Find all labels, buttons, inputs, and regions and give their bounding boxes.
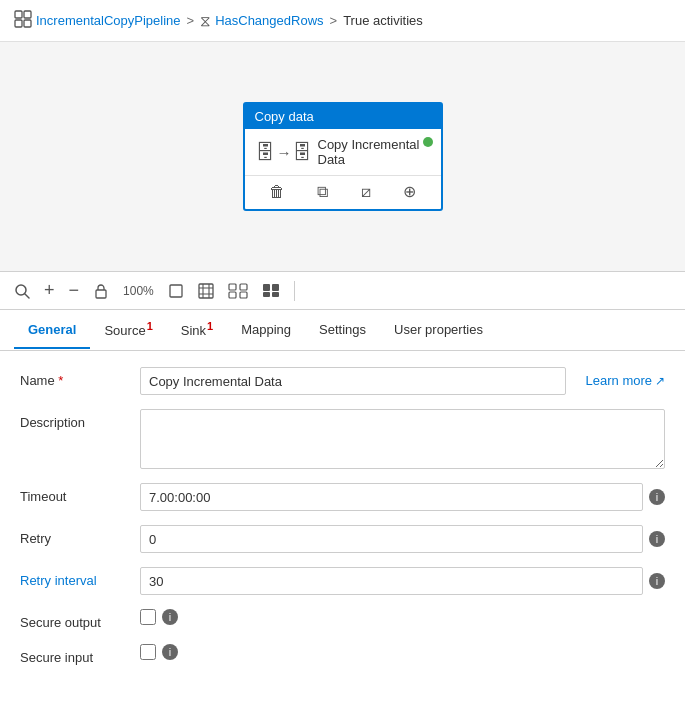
external-link-icon: ↗ [655,374,665,388]
activity-body: 🗄 → 🗄 Copy Incremental Data [245,129,441,175]
retry-interval-label: Retry interval [20,567,140,588]
retry-row: Retry i [20,525,665,553]
arrow-icon: → [277,144,292,161]
status-dot [423,137,433,147]
description-row: Description [20,409,665,469]
timeout-row: Timeout i [20,483,665,511]
add-activity-button[interactable]: ⊕ [399,180,420,203]
svg-rect-15 [263,292,270,297]
breadcrumb: IncrementalCopyPipeline > ⧖ HasChangedRo… [0,0,685,42]
svg-rect-0 [15,11,22,18]
activity-box[interactable]: Copy data 🗄 → 🗄 Copy Incremental Data 🗑 … [243,102,443,211]
learn-more-wrap: Learn more ↗ [566,367,665,388]
timeout-info-icon[interactable]: i [649,489,665,505]
retry-label: Retry [20,525,140,546]
secure-input-info-icon[interactable]: i [162,644,178,660]
svg-rect-14 [272,284,279,291]
secure-input-row: Secure input i [20,644,665,665]
secure-output-control-wrap: i [140,609,665,625]
zoom-out-button[interactable]: − [69,280,80,301]
name-row: Name [20,367,566,395]
canvas-area: Copy data 🗄 → 🗄 Copy Incremental Data 🗑 … [0,42,685,272]
svg-rect-12 [240,292,247,298]
form-area: Name Learn more ↗ Description Timeout i [0,351,685,695]
secure-output-checkbox[interactable] [140,609,156,625]
pipeline-icon [14,10,32,31]
description-label: Description [20,409,140,430]
activity-icon-group: 🗄 → 🗄 [255,141,312,164]
toolbar-separator [294,281,295,301]
breadcrumb-pipeline[interactable]: IncrementalCopyPipeline [36,13,181,28]
retry-input[interactable] [140,525,643,553]
svg-line-5 [25,294,29,298]
name-control-wrap [140,367,566,395]
search-button[interactable] [14,283,30,299]
retry-info-icon[interactable]: i [649,531,665,547]
fit-button[interactable] [168,283,184,299]
name-label: Name [20,367,140,388]
svg-rect-11 [229,292,236,298]
db-icon: 🗄 [292,141,312,164]
svg-rect-3 [24,20,31,27]
retry-control-wrap: i [140,525,665,553]
svg-rect-10 [240,284,247,290]
breadcrumb-sep-2: > [330,13,338,28]
breadcrumb-activity[interactable]: HasChangedRows [215,13,323,28]
svg-rect-6 [96,290,106,298]
activity-header: Copy data [245,104,441,129]
secure-input-checkbox[interactable] [140,644,156,660]
svg-rect-16 [272,292,279,297]
timeout-control-wrap: i [140,483,665,511]
tab-general[interactable]: General [14,312,90,349]
tabs-bar: General Source1 Sink1 Mapping Settings U… [0,310,685,351]
learn-more-link[interactable]: Learn more ↗ [586,373,665,388]
secure-output-row: Secure output i [20,609,665,630]
tab-mapping[interactable]: Mapping [227,312,305,349]
tab-sink[interactable]: Sink1 [167,310,227,350]
retry-interval-input[interactable] [140,567,643,595]
svg-rect-7 [170,285,182,297]
zoom-in-button[interactable]: + [44,280,55,301]
arrange-button[interactable] [228,283,248,299]
timeout-label: Timeout [20,483,140,504]
breadcrumb-current: True activities [343,13,423,28]
retry-interval-row: Retry interval i [20,567,665,595]
tab-source[interactable]: Source1 [90,310,166,350]
zoom-percent-button[interactable]: 100% [123,284,154,298]
description-control-wrap [140,409,665,469]
source-badge: 1 [147,320,153,332]
svg-rect-8 [199,284,213,298]
grid-button[interactable] [198,283,214,299]
activity-name: Copy Incremental Data [318,137,431,167]
copy-icon: 🗄 [255,141,275,164]
svg-rect-1 [24,11,31,18]
breadcrumb-sep-1: > [187,13,195,28]
svg-rect-2 [15,20,22,27]
secure-input-control-wrap: i [140,644,665,660]
delete-button[interactable]: 🗑 [265,181,289,203]
name-input[interactable] [140,367,566,395]
activity-icon: ⧖ [200,12,211,30]
tab-settings[interactable]: Settings [305,312,380,349]
tab-user-properties[interactable]: User properties [380,312,497,349]
svg-rect-9 [229,284,236,290]
zoom-toolbar: + − 100% [0,272,685,310]
name-row-container: Name Learn more ↗ [20,367,665,409]
activity-toolbar: 🗑 ⧉ ⧄ ⊕ [245,175,441,209]
secure-input-label: Secure input [20,644,140,665]
retry-interval-control-wrap: i [140,567,665,595]
clone-button[interactable]: ⧄ [357,181,375,203]
copy-button[interactable]: ⧉ [313,181,332,203]
svg-rect-13 [263,284,270,291]
lock-button[interactable] [93,283,109,299]
retry-interval-info-icon[interactable]: i [649,573,665,589]
name-row-left: Name [20,367,566,409]
more-button[interactable] [262,283,280,299]
timeout-input[interactable] [140,483,643,511]
description-input[interactable] [140,409,665,469]
sink-badge: 1 [207,320,213,332]
secure-output-info-icon[interactable]: i [162,609,178,625]
secure-output-label: Secure output [20,609,140,630]
learn-more-label: Learn more [586,373,652,388]
